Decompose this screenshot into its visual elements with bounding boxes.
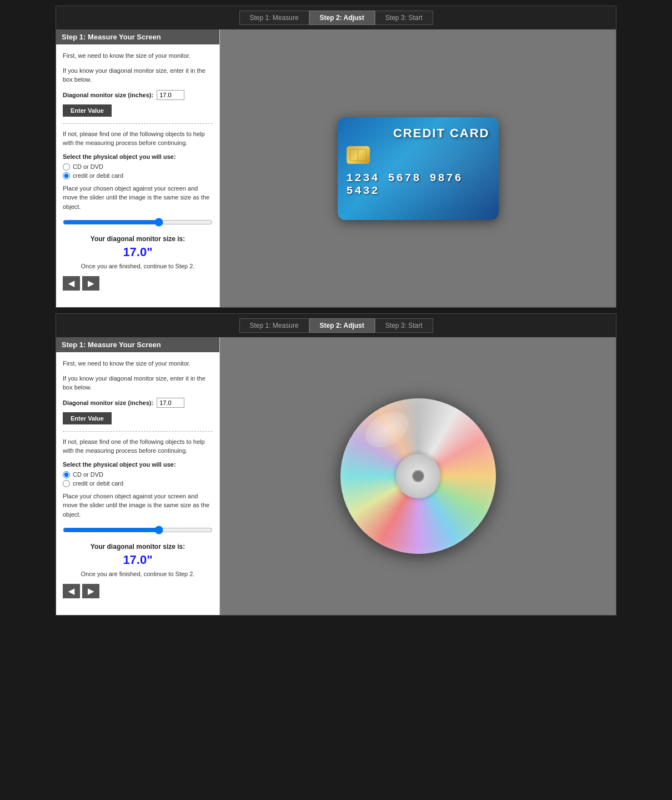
tab-bar-bottom: Step 1: Measure Step 2: Adjust Step 3: S… bbox=[56, 314, 616, 337]
slider-instruction: Place your chosen object against your sc… bbox=[63, 184, 213, 212]
panel-credit-card: Step 1: Measure Step 2: Adjust Step 3: S… bbox=[56, 6, 616, 308]
diagonal-label: Diagonal monitor size (inches): bbox=[63, 92, 153, 98]
panel-cd: Step 1: Measure Step 2: Adjust Step 3: S… bbox=[56, 313, 616, 616]
prev-button[interactable]: ◀ bbox=[63, 276, 80, 291]
radio-card-label-b[interactable]: credit or debit card bbox=[73, 480, 123, 487]
result-label: Your diagonal monitor size is: bbox=[63, 235, 213, 243]
enter-value-button[interactable]: Enter Value bbox=[63, 104, 112, 117]
continue-text: Once you are finished, continue to Step … bbox=[63, 263, 213, 269]
divider-1 bbox=[63, 123, 213, 124]
diagonal-input-row-b: Diagonal monitor size (inches): bbox=[63, 398, 213, 408]
tab-step2-adjust[interactable]: Step 2: Adjust bbox=[309, 11, 375, 25]
result-label-b: Your diagonal monitor size is: bbox=[63, 543, 213, 551]
right-panel-card: CREDIT CARD 1234 5678 9876 5432 bbox=[220, 29, 616, 307]
nav-buttons: ◀ ▶ bbox=[63, 276, 213, 291]
alt-text: If not, please find one of the following… bbox=[63, 129, 213, 148]
next-button-b[interactable]: ▶ bbox=[82, 584, 99, 598]
radio-card-row-b: credit or debit card bbox=[63, 480, 213, 487]
intro-text-2: If you know your diagonal monitor size, … bbox=[63, 66, 213, 84]
panel-title-b: Step 1: Measure Your Screen bbox=[56, 337, 219, 352]
left-panel: Step 1: Measure Your Screen First, we ne… bbox=[56, 29, 220, 307]
radio-card-label[interactable]: credit or debit card bbox=[73, 172, 123, 179]
radio-cd-label[interactable]: CD or DVD bbox=[73, 163, 103, 170]
slider-container bbox=[63, 218, 213, 228]
diagonal-size-input[interactable] bbox=[157, 90, 184, 100]
radio-cd-b[interactable] bbox=[63, 471, 70, 478]
tab-step1-measure[interactable]: Step 1: Measure bbox=[239, 11, 309, 25]
tab-step1-measure-b[interactable]: Step 1: Measure bbox=[239, 318, 309, 333]
content-area: Step 1: Measure Your Screen First, we ne… bbox=[56, 29, 616, 307]
size-slider-b[interactable] bbox=[63, 526, 213, 534]
cd-disc-image bbox=[340, 398, 496, 554]
radio-cd-label-b[interactable]: CD or DVD bbox=[73, 471, 103, 478]
cd-shine bbox=[359, 404, 415, 454]
left-panel-b: Step 1: Measure Your Screen First, we ne… bbox=[56, 337, 220, 615]
nav-buttons-b: ◀ ▶ bbox=[63, 584, 213, 598]
intro-text-1: First, we need to know the size of your … bbox=[63, 51, 213, 61]
content-area-b: Step 1: Measure Your Screen First, we ne… bbox=[56, 337, 616, 615]
select-object-label-b: Select the physical object you will use: bbox=[63, 461, 213, 468]
result-value-b: 17.0" bbox=[63, 553, 213, 567]
tab-step2-adjust-b[interactable]: Step 2: Adjust bbox=[309, 318, 375, 333]
radio-card[interactable] bbox=[63, 172, 70, 179]
tab-bar-top: Step 1: Measure Step 2: Adjust Step 3: S… bbox=[56, 6, 616, 29]
diagonal-input-row: Diagonal monitor size (inches): bbox=[63, 90, 213, 100]
card-title: CREDIT CARD bbox=[347, 126, 490, 141]
radio-cd-row-b: CD or DVD bbox=[63, 471, 213, 478]
alt-text-b: If not, please find one of the following… bbox=[63, 437, 213, 456]
enter-value-button-b[interactable]: Enter Value bbox=[63, 412, 112, 424]
diagonal-size-input-b[interactable] bbox=[157, 398, 184, 408]
intro-text-2-b: If you know your diagonal monitor size, … bbox=[63, 374, 213, 392]
radio-cd[interactable] bbox=[63, 163, 70, 171]
result-value: 17.0" bbox=[63, 245, 213, 259]
radio-cd-row: CD or DVD bbox=[63, 163, 213, 171]
slider-instruction-b: Place your chosen object against your sc… bbox=[63, 492, 213, 519]
slider-container-b bbox=[63, 526, 213, 536]
card-number: 1234 5678 9876 5432 bbox=[347, 172, 490, 197]
radio-card-b[interactable] bbox=[63, 480, 70, 487]
cd-inner bbox=[396, 454, 440, 498]
cd-hole bbox=[412, 470, 424, 482]
radio-card-row: credit or debit card bbox=[63, 172, 213, 179]
intro-text-1-b: First, we need to know the size of your … bbox=[63, 359, 213, 368]
tab-step3-start-b[interactable]: Step 3: Start bbox=[375, 318, 433, 333]
size-slider[interactable] bbox=[63, 218, 213, 227]
panel-title: Step 1: Measure Your Screen bbox=[56, 29, 219, 44]
right-panel-cd bbox=[220, 337, 616, 615]
tab-step3-start[interactable]: Step 3: Start bbox=[375, 11, 433, 25]
credit-card-image: CREDIT CARD 1234 5678 9876 5432 bbox=[338, 117, 499, 220]
card-chip bbox=[347, 146, 370, 164]
prev-button-b[interactable]: ◀ bbox=[63, 584, 80, 598]
diagonal-label-b: Diagonal monitor size (inches): bbox=[63, 399, 153, 406]
next-button[interactable]: ▶ bbox=[82, 276, 99, 291]
divider-2 bbox=[63, 431, 213, 432]
select-object-label: Select the physical object you will use: bbox=[63, 153, 213, 160]
continue-text-b: Once you are finished, continue to Step … bbox=[63, 571, 213, 577]
